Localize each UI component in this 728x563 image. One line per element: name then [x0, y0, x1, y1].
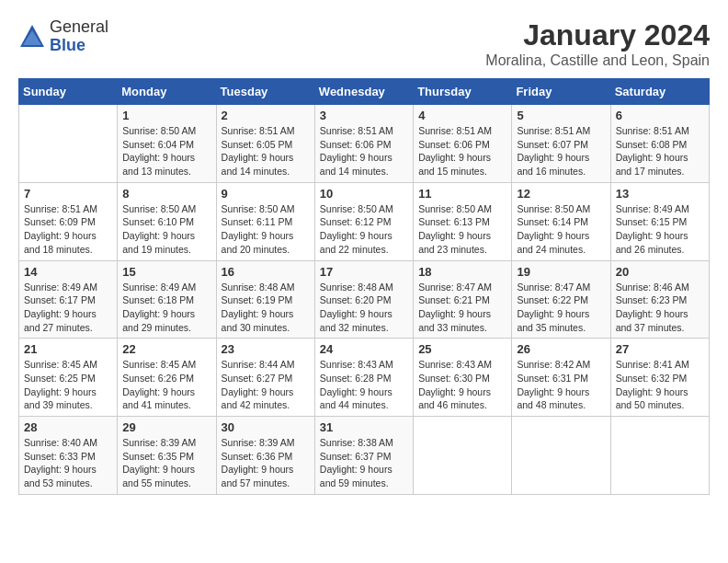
- week-row-3: 21Sunrise: 8:45 AMSunset: 6:25 PMDayligh…: [19, 339, 710, 417]
- logo: General Blue: [18, 18, 108, 55]
- day-cell: 25Sunrise: 8:43 AMSunset: 6:30 PMDayligh…: [414, 339, 512, 417]
- week-row-1: 7Sunrise: 8:51 AMSunset: 6:09 PMDaylight…: [19, 182, 710, 260]
- week-row-4: 28Sunrise: 8:40 AMSunset: 6:33 PMDayligh…: [19, 417, 710, 495]
- day-info: Sunrise: 8:50 AMSunset: 6:04 PMDaylight:…: [122, 124, 210, 178]
- day-number: 9: [222, 187, 310, 201]
- day-info: Sunrise: 8:39 AMSunset: 6:35 PMDaylight:…: [122, 436, 210, 490]
- day-number: 10: [320, 187, 408, 201]
- day-number: 25: [418, 342, 506, 356]
- day-number: 19: [517, 265, 605, 279]
- day-info: Sunrise: 8:38 AMSunset: 6:37 PMDaylight:…: [320, 436, 408, 490]
- month-title: January 2024: [485, 18, 710, 52]
- day-info: Sunrise: 8:44 AMSunset: 6:27 PMDaylight:…: [222, 358, 310, 412]
- day-number: 11: [418, 187, 506, 201]
- day-cell: 7Sunrise: 8:51 AMSunset: 6:09 PMDaylight…: [19, 182, 118, 260]
- day-info: Sunrise: 8:42 AMSunset: 6:31 PMDaylight:…: [517, 358, 605, 412]
- day-cell: 14Sunrise: 8:49 AMSunset: 6:17 PMDayligh…: [19, 260, 118, 339]
- day-number: 13: [616, 187, 704, 201]
- day-number: 7: [24, 187, 112, 201]
- day-number: 30: [222, 420, 310, 434]
- logo-blue-text: Blue: [50, 37, 108, 55]
- day-cell: 31Sunrise: 8:38 AMSunset: 6:37 PMDayligh…: [314, 417, 413, 495]
- day-info: Sunrise: 8:49 AMSunset: 6:17 PMDaylight:…: [24, 281, 112, 335]
- day-cell: [414, 417, 512, 495]
- day-info: Sunrise: 8:47 AMSunset: 6:22 PMDaylight:…: [517, 281, 605, 335]
- header-row: SundayMondayTuesdayWednesdayThursdayFrid…: [19, 79, 710, 105]
- day-number: 5: [517, 109, 605, 122]
- day-info: Sunrise: 8:50 AMSunset: 6:14 PMDaylight:…: [517, 202, 605, 257]
- day-info: Sunrise: 8:50 AMSunset: 6:10 PMDaylight:…: [122, 202, 210, 257]
- day-info: Sunrise: 8:50 AMSunset: 6:11 PMDaylight:…: [222, 202, 310, 257]
- day-info: Sunrise: 8:51 AMSunset: 6:08 PMDaylight:…: [616, 124, 704, 178]
- day-info: Sunrise: 8:49 AMSunset: 6:15 PMDaylight:…: [616, 202, 704, 257]
- day-cell: 4Sunrise: 8:51 AMSunset: 6:06 PMDaylight…: [414, 105, 512, 183]
- header-day-tuesday: Tuesday: [216, 79, 314, 105]
- day-cell: [19, 105, 118, 183]
- day-info: Sunrise: 8:48 AMSunset: 6:19 PMDaylight:…: [222, 281, 310, 335]
- day-number: 14: [24, 265, 112, 279]
- day-number: 27: [616, 342, 704, 356]
- day-number: 31: [320, 420, 408, 434]
- day-cell: 21Sunrise: 8:45 AMSunset: 6:25 PMDayligh…: [19, 339, 118, 417]
- week-row-2: 14Sunrise: 8:49 AMSunset: 6:17 PMDayligh…: [19, 260, 710, 339]
- day-info: Sunrise: 8:45 AMSunset: 6:26 PMDaylight:…: [122, 358, 210, 412]
- day-cell: 27Sunrise: 8:41 AMSunset: 6:32 PMDayligh…: [610, 339, 709, 417]
- day-number: 15: [122, 265, 210, 279]
- day-number: 24: [320, 342, 408, 356]
- day-cell: 6Sunrise: 8:51 AMSunset: 6:08 PMDaylight…: [610, 105, 709, 183]
- day-number: 1: [122, 109, 210, 122]
- day-number: 4: [418, 109, 506, 122]
- day-number: 26: [517, 342, 605, 356]
- day-cell: 22Sunrise: 8:45 AMSunset: 6:26 PMDayligh…: [118, 339, 216, 417]
- day-number: 20: [616, 265, 704, 279]
- day-cell: 5Sunrise: 8:51 AMSunset: 6:07 PMDaylight…: [512, 105, 610, 183]
- day-cell: 3Sunrise: 8:51 AMSunset: 6:06 PMDaylight…: [314, 105, 413, 183]
- title-block: January 2024 Moralina, Castille and Leon…: [485, 18, 710, 69]
- day-cell: 1Sunrise: 8:50 AMSunset: 6:04 PMDaylight…: [118, 105, 216, 183]
- logo-text: General Blue: [50, 18, 108, 55]
- logo-general-text: General: [50, 18, 108, 37]
- day-number: 8: [122, 187, 210, 201]
- day-cell: 10Sunrise: 8:50 AMSunset: 6:12 PMDayligh…: [314, 182, 413, 260]
- day-cell: 12Sunrise: 8:50 AMSunset: 6:14 PMDayligh…: [512, 182, 610, 260]
- day-info: Sunrise: 8:51 AMSunset: 6:06 PMDaylight:…: [320, 124, 408, 178]
- header-day-wednesday: Wednesday: [314, 79, 413, 105]
- day-info: Sunrise: 8:51 AMSunset: 6:06 PMDaylight:…: [418, 124, 506, 178]
- header-day-thursday: Thursday: [414, 79, 512, 105]
- day-cell: 17Sunrise: 8:48 AMSunset: 6:20 PMDayligh…: [314, 260, 413, 339]
- calendar-header: SundayMondayTuesdayWednesdayThursdayFrid…: [19, 79, 710, 105]
- logo-icon: [18, 23, 46, 51]
- day-number: 17: [320, 265, 408, 279]
- day-cell: 16Sunrise: 8:48 AMSunset: 6:19 PMDayligh…: [216, 260, 314, 339]
- day-cell: 15Sunrise: 8:49 AMSunset: 6:18 PMDayligh…: [118, 260, 216, 339]
- day-cell: [512, 417, 610, 495]
- day-cell: 24Sunrise: 8:43 AMSunset: 6:28 PMDayligh…: [314, 339, 413, 417]
- day-cell: 9Sunrise: 8:50 AMSunset: 6:11 PMDaylight…: [216, 182, 314, 260]
- day-number: 29: [122, 420, 210, 434]
- day-cell: 2Sunrise: 8:51 AMSunset: 6:05 PMDaylight…: [216, 105, 314, 183]
- day-cell: 20Sunrise: 8:46 AMSunset: 6:23 PMDayligh…: [610, 260, 709, 339]
- day-number: 6: [616, 109, 704, 122]
- day-cell: 30Sunrise: 8:39 AMSunset: 6:36 PMDayligh…: [216, 417, 314, 495]
- day-number: 3: [320, 109, 408, 122]
- day-cell: 29Sunrise: 8:39 AMSunset: 6:35 PMDayligh…: [118, 417, 216, 495]
- location-subtitle: Moralina, Castille and Leon, Spain: [485, 52, 710, 69]
- day-number: 18: [418, 265, 506, 279]
- day-info: Sunrise: 8:40 AMSunset: 6:33 PMDaylight:…: [24, 436, 112, 490]
- day-number: 2: [222, 109, 310, 122]
- day-info: Sunrise: 8:39 AMSunset: 6:36 PMDaylight:…: [222, 436, 310, 490]
- day-info: Sunrise: 8:45 AMSunset: 6:25 PMDaylight:…: [24, 358, 112, 412]
- day-info: Sunrise: 8:43 AMSunset: 6:28 PMDaylight:…: [320, 358, 408, 412]
- header-day-monday: Monday: [118, 79, 216, 105]
- day-info: Sunrise: 8:50 AMSunset: 6:12 PMDaylight:…: [320, 202, 408, 257]
- day-cell: [610, 417, 709, 495]
- day-cell: 19Sunrise: 8:47 AMSunset: 6:22 PMDayligh…: [512, 260, 610, 339]
- day-number: 22: [122, 342, 210, 356]
- day-number: 23: [222, 342, 310, 356]
- day-number: 12: [517, 187, 605, 201]
- day-info: Sunrise: 8:49 AMSunset: 6:18 PMDaylight:…: [122, 281, 210, 335]
- day-info: Sunrise: 8:47 AMSunset: 6:21 PMDaylight:…: [418, 281, 506, 335]
- day-info: Sunrise: 8:48 AMSunset: 6:20 PMDaylight:…: [320, 281, 408, 335]
- day-info: Sunrise: 8:51 AMSunset: 6:07 PMDaylight:…: [517, 124, 605, 178]
- day-cell: 26Sunrise: 8:42 AMSunset: 6:31 PMDayligh…: [512, 339, 610, 417]
